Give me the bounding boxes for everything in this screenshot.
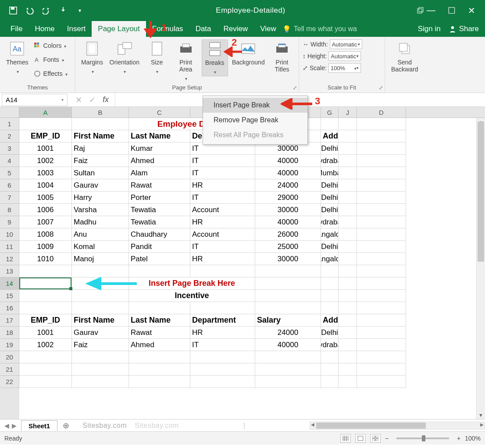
row-header-3[interactable]: 3 <box>0 142 19 155</box>
cell[interactable]: Faiz <box>72 155 129 167</box>
cell[interactable]: 1001 <box>19 327 72 339</box>
cell[interactable] <box>339 314 357 327</box>
cell[interactable]: 1002 <box>19 339 72 351</box>
cell[interactable] <box>357 204 406 216</box>
vertical-scrollbar[interactable]: ▲ ▼ <box>476 118 485 419</box>
effects-button[interactable]: Effects <box>34 68 68 80</box>
horizontal-scrollbar[interactable]: ◀ ▶ <box>310 422 485 430</box>
col-header-A[interactable]: A <box>19 107 72 117</box>
cell[interactable] <box>357 314 406 327</box>
cell[interactable] <box>357 192 406 204</box>
cell[interactable]: Ahmed <box>129 155 190 167</box>
row-header-19[interactable]: 19 <box>0 339 19 351</box>
row-header-16[interactable]: 16 <box>0 302 19 314</box>
cell[interactable]: 40000 <box>255 155 321 167</box>
cell[interactable]: 1004 <box>19 179 72 192</box>
cell[interactable] <box>357 376 406 388</box>
cell[interactable] <box>357 265 406 277</box>
cell[interactable] <box>339 167 357 179</box>
cell[interactable]: Address <box>321 314 339 327</box>
print-titles-button[interactable]: Print Titles <box>269 39 295 74</box>
cell[interactable] <box>339 216 357 228</box>
scale-dialog-launcher[interactable]: ⤢ <box>379 85 383 91</box>
breaks-button[interactable]: Breaks <box>202 39 228 76</box>
row-header-11[interactable]: 11 <box>0 241 19 253</box>
cell[interactable]: Delhi <box>321 204 339 216</box>
cell[interactable]: 40000 <box>255 167 321 179</box>
cell[interactable] <box>357 351 406 363</box>
cell[interactable] <box>19 351 72 363</box>
row-header-13[interactable]: 13 <box>0 265 19 277</box>
margins-button[interactable]: Margins <box>79 39 105 75</box>
cell[interactable]: Delhi <box>321 142 339 155</box>
page-setup-dialog-launcher[interactable]: ⤢ <box>293 85 297 91</box>
cell[interactable] <box>255 351 321 363</box>
cell[interactable]: Tewatia <box>129 216 190 228</box>
cell[interactable]: 1006 <box>19 204 72 216</box>
cell[interactable]: EMP_ID <box>19 314 72 327</box>
fx-icon[interactable]: fx <box>103 95 109 104</box>
cell[interactable]: Last Name <box>129 130 190 142</box>
cell[interactable] <box>129 265 190 277</box>
cell[interactable] <box>190 363 255 376</box>
cell[interactable] <box>129 376 190 388</box>
add-sheet-button[interactable]: ⊕ <box>57 421 75 430</box>
cell[interactable]: Anu <box>72 228 129 241</box>
cell[interactable]: 40000 <box>255 339 321 351</box>
cell[interactable] <box>339 265 357 277</box>
cell[interactable]: Delhi <box>321 241 339 253</box>
col-header-G[interactable]: G <box>321 107 339 117</box>
cell[interactable] <box>72 265 129 277</box>
sheet-nav-prev[interactable]: ◀ <box>4 422 9 429</box>
row-header-15[interactable]: 15 <box>0 290 19 302</box>
cell[interactable]: Delhi <box>321 179 339 192</box>
cell[interactable]: Pandit <box>129 241 190 253</box>
cell[interactable]: IT <box>190 192 255 204</box>
select-all-corner[interactable] <box>0 107 19 117</box>
cell[interactable] <box>255 302 321 314</box>
sheet-nav-next[interactable]: ▶ <box>12 422 17 429</box>
cell[interactable] <box>255 376 321 388</box>
cell[interactable] <box>357 179 406 192</box>
cell[interactable]: EMP_ID <box>19 130 72 142</box>
save-icon[interactable] <box>8 5 18 16</box>
row-header-14[interactable]: 14 <box>0 277 19 290</box>
cell[interactable]: Hydrabad <box>321 155 339 167</box>
tab-view[interactable]: View <box>254 21 282 37</box>
tab-data[interactable]: Data <box>189 21 218 37</box>
cell[interactable]: 30000 <box>255 204 321 216</box>
cell[interactable]: Madhu <box>72 216 129 228</box>
cell[interactable] <box>339 302 357 314</box>
row-header-7[interactable]: 7 <box>0 192 19 204</box>
enter-formula-icon[interactable]: ✓ <box>89 95 96 105</box>
cell[interactable]: IT <box>190 167 255 179</box>
cell[interactable]: Manoj <box>72 253 129 265</box>
cell[interactable]: Varsha <box>72 204 129 216</box>
cell[interactable] <box>357 155 406 167</box>
cell[interactable]: Alam <box>129 167 190 179</box>
tab-page-layout[interactable]: Page Layout <box>92 21 146 37</box>
page-break-view-button[interactable] <box>370 434 381 443</box>
cell[interactable] <box>321 302 339 314</box>
zoom-level[interactable]: 100% <box>465 435 481 442</box>
cell[interactable]: HR <box>190 216 255 228</box>
cell[interactable]: Address <box>321 130 339 142</box>
cell[interactable]: 29000 <box>255 192 321 204</box>
row-header-20[interactable]: 20 <box>0 351 19 363</box>
cell[interactable]: First Name <box>72 130 129 142</box>
tab-home[interactable]: Home <box>29 21 61 37</box>
row-header-18[interactable]: 18 <box>0 327 19 339</box>
print-area-button[interactable]: Print Area <box>173 39 199 82</box>
row-header-4[interactable]: 4 <box>0 155 19 167</box>
cell[interactable]: Hydrabad <box>321 216 339 228</box>
cell[interactable] <box>190 351 255 363</box>
cell[interactable] <box>339 253 357 265</box>
cell[interactable] <box>255 265 321 277</box>
cell[interactable]: Delhi <box>321 327 339 339</box>
col-header-J[interactable]: J <box>339 107 357 117</box>
cell[interactable]: IT <box>190 241 255 253</box>
cell[interactable] <box>72 363 129 376</box>
cell[interactable]: Salary <box>255 314 321 327</box>
remove-page-break-item[interactable]: Remove Page Break <box>203 113 307 128</box>
cell[interactable]: HR <box>190 253 255 265</box>
